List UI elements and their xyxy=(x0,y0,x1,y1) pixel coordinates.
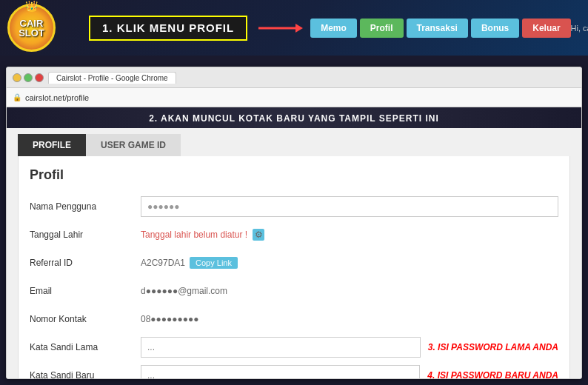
logo: 👑 CAIRSLOT xyxy=(7,4,56,52)
browser-tab[interactable]: Cairslot - Profile - Google Chrome xyxy=(48,72,176,84)
arrow-area xyxy=(258,21,303,36)
annotation-3: 3. ISI PASSWORD LAMA ANDA xyxy=(428,342,558,352)
nomor-row: Nomor Kontak 08●●●●●●●●● xyxy=(30,308,558,330)
lock-icon: 🔒 xyxy=(13,93,21,101)
tanggal-value: Tanggal lahir belum diatur ! ⚙ xyxy=(141,229,558,241)
email-label: Email xyxy=(30,286,141,296)
maximize-button[interactable] xyxy=(24,73,33,82)
keluar-button[interactable]: Keluar xyxy=(522,19,570,38)
browser-controls xyxy=(13,73,44,82)
tabs-row: PROFILE USER GAME ID xyxy=(7,128,581,156)
copy-link-button[interactable]: Copy Link xyxy=(190,257,238,269)
tanggal-label: Tanggal Lahir xyxy=(30,230,141,240)
arrow-icon xyxy=(258,21,303,36)
bonus-button[interactable]: Bonus xyxy=(471,19,519,38)
referral-value: A2C97DA1 xyxy=(141,258,185,268)
instruction-2-text: 2. AKAN MUNCUL KOTAK BARU YANG TAMPIL SE… xyxy=(149,113,439,124)
instruction-1-text: 1. KLIK MENU PROFIL xyxy=(102,21,234,34)
tab-user-game-id[interactable]: USER GAME ID xyxy=(86,134,181,156)
nav-buttons: Memo Profil Transaksi Bonus Keluar xyxy=(310,19,570,38)
browser-title-bar: Cairslot - Profile - Google Chrome xyxy=(7,67,581,88)
logo-text: CAIRSLOT xyxy=(19,19,44,38)
tanggal-warning: Tanggal lahir belum diatur ! xyxy=(141,230,247,240)
kata-sandi-baru-input[interactable] xyxy=(141,365,420,379)
email-value: d●●●●●●@gmail.com xyxy=(141,286,558,296)
memo-button[interactable]: Memo xyxy=(310,19,357,38)
nomor-label: Nomor Kontak xyxy=(30,314,141,324)
nomor-value: 08●●●●●●●●● xyxy=(141,314,558,324)
tab-profile[interactable]: PROFILE xyxy=(18,134,86,156)
referral-label: Referral ID xyxy=(30,258,141,268)
close-button[interactable] xyxy=(35,73,44,82)
tab-title: Cairslot - Profile - Google Chrome xyxy=(56,74,168,82)
address-text: cairslot.net/profile xyxy=(25,93,89,102)
svg-marker-1 xyxy=(295,24,303,33)
form-title: Profil xyxy=(30,167,558,187)
browser-window: Cairslot - Profile - Google Chrome 🔒 cai… xyxy=(6,67,582,379)
referral-value-area: A2C97DA1 Copy Link xyxy=(141,257,558,269)
crown-icon: 👑 xyxy=(25,0,38,12)
nama-label: Nama Pengguna xyxy=(30,201,141,212)
email-row: Email d●●●●●●@gmail.com xyxy=(30,280,558,302)
nama-row: Nama Pengguna xyxy=(30,195,558,218)
instruction-box-1: 1. KLIK MENU PROFIL xyxy=(89,16,247,41)
minimize-button[interactable] xyxy=(13,73,21,82)
kata-sandi-baru-row: Kata Sandi Baru 4. ISI PASSWORD BARU AND… xyxy=(30,364,558,379)
form-area: Profil Nama Pengguna Tanggal Lahir Tangg… xyxy=(18,156,570,379)
tanggal-row: Tanggal Lahir Tanggal lahir belum diatur… xyxy=(30,224,558,246)
nama-value xyxy=(141,196,558,217)
profile-content: PROFILE USER GAME ID Profil Nama Penggun… xyxy=(7,128,581,379)
transaksi-button[interactable]: Transaksi xyxy=(407,19,468,38)
nama-input[interactable] xyxy=(141,196,558,217)
kata-sandi-lama-row: Kata Sandi Lama 3. ISI PASSWORD LAMA AND… xyxy=(30,336,558,358)
kata-sandi-lama-input[interactable] xyxy=(141,337,421,358)
user-info: Hi, cairslot | Dompet Utama : IDR 0.00 xyxy=(571,22,588,34)
instruction-bar-2: 2. AKAN MUNCUL KOTAK BARU YANG TAMPIL SE… xyxy=(7,107,581,128)
top-bar: 👑 CAIRSLOT 1. KLIK MENU PROFIL Memo Prof… xyxy=(0,0,588,56)
annotation-4: 4. ISI PASSWORD BARU ANDA xyxy=(427,370,558,379)
logo-area: 👑 CAIRSLOT xyxy=(7,4,74,52)
kata-sandi-baru-label: Kata Sandi Baru xyxy=(30,370,141,379)
referral-row: Referral ID A2C97DA1 Copy Link xyxy=(30,252,558,274)
kata-sandi-lama-label: Kata Sandi Lama xyxy=(30,342,141,352)
settings-icon[interactable]: ⚙ xyxy=(253,229,264,241)
profil-button[interactable]: Profil xyxy=(360,19,404,38)
browser-address-bar: 🔒 cairslot.net/profile xyxy=(7,88,581,107)
user-greeting: Hi, cairslot | Dompet Utama : xyxy=(571,24,588,33)
